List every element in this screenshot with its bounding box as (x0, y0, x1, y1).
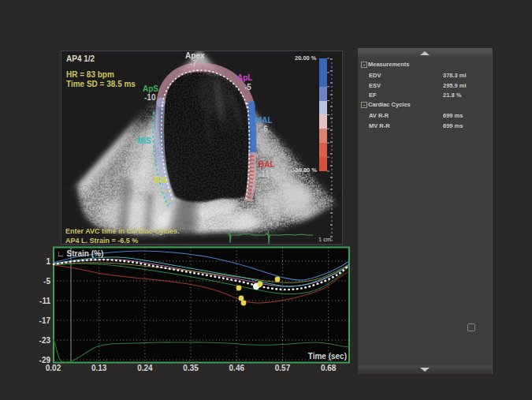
svg-text:-23: -23 (39, 336, 51, 345)
svg-text:0.02: 0.02 (46, 364, 61, 372)
svg-text:-11: -11 (39, 297, 50, 305)
svg-text:1: 1 (46, 257, 50, 266)
svg-text:-29: -29 (39, 356, 51, 364)
svg-text:0.68: 0.68 (321, 364, 337, 372)
svg-text:Time (sec): Time (sec) (308, 352, 347, 361)
svg-text:0.57: 0.57 (275, 364, 291, 372)
svg-text:0.35: 0.35 (183, 364, 199, 372)
svg-text:0.13: 0.13 (91, 364, 107, 372)
svg-text:∟ Strain (%): ∟ Strain (%) (57, 249, 103, 258)
svg-text:-5: -5 (43, 277, 50, 286)
svg-text:-17: -17 (39, 316, 51, 325)
svg-text:0.46: 0.46 (229, 364, 245, 372)
svg-text:0.24: 0.24 (137, 364, 153, 372)
